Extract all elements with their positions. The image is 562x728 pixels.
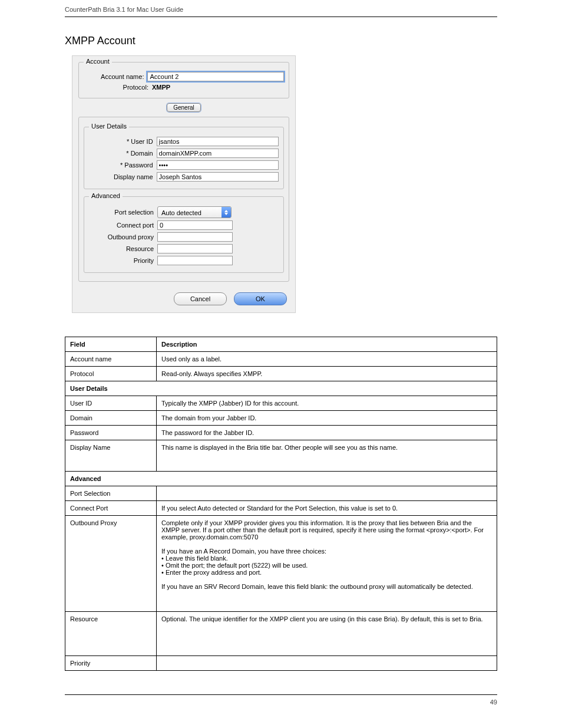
table-description: Optional. The unique identifier for the … <box>157 612 497 656</box>
table-field: Port Selection <box>65 486 157 501</box>
resource-label: Resource <box>89 245 157 252</box>
table-description: Read-only. Always specifies XMPP. <box>157 367 497 381</box>
table-field: Priority <box>65 656 157 671</box>
priority-input[interactable] <box>157 256 233 265</box>
tab-bar: General <box>78 103 289 112</box>
port-selection-select[interactable]: Auto detected <box>157 206 232 218</box>
ok-button[interactable]: OK <box>234 292 287 305</box>
user-id-input[interactable] <box>157 137 279 146</box>
user-id-label: * User ID <box>89 138 157 145</box>
priority-label: Priority <box>89 257 157 264</box>
display-name-input[interactable] <box>157 172 279 182</box>
port-selection-label: Port selection <box>89 209 157 216</box>
field-description-table: FieldDescriptionAccount nameUsed only as… <box>65 337 497 671</box>
table-section: Advanced <box>65 472 497 486</box>
table-field: Display Name <box>65 440 157 472</box>
tab-general[interactable]: General <box>167 103 201 112</box>
connect-port-label: Connect port <box>89 222 157 229</box>
chevron-updown-icon <box>222 207 231 218</box>
cancel-button[interactable]: Cancel <box>174 292 227 305</box>
outbound-proxy-input[interactable] <box>157 232 233 242</box>
port-selection-value: Auto detected <box>158 207 222 218</box>
col-header-field: Field <box>65 337 157 352</box>
header-left: CounterPath Bria 3.1 for Mac User Guide <box>65 6 183 13</box>
table-description: This name is displayed in the Bria title… <box>157 440 497 472</box>
footer-right: 49 <box>490 699 497 706</box>
display-name-label: Display name <box>89 173 157 180</box>
table-description <box>157 486 497 501</box>
general-panel: User Details * User ID * Domain * Passwo… <box>78 117 289 282</box>
resource-input[interactable] <box>157 244 233 253</box>
table-field: Resource <box>65 612 157 656</box>
advanced-fieldset: Advanced Port selection Auto detected C <box>84 196 284 273</box>
table-field: Account name <box>65 352 157 367</box>
domain-input[interactable] <box>157 149 279 158</box>
connect-port-input[interactable] <box>157 220 233 230</box>
protocol-label: Protocol: <box>84 84 152 91</box>
account-fieldset: Account Account name: Protocol: XMPP <box>78 62 289 98</box>
account-legend: Account <box>84 58 112 65</box>
table-description: Typically the XMPP (Jabber) ID for this … <box>157 396 497 411</box>
table-description: Used only as a label. <box>157 352 497 367</box>
table-field: Connect Port <box>65 501 157 516</box>
user-details-fieldset: User Details * User ID * Domain * Passwo… <box>84 127 284 189</box>
outbound-proxy-label: Outbound proxy <box>89 233 157 241</box>
table-description: The password for the Jabber ID. <box>157 426 497 440</box>
table-description <box>157 656 497 671</box>
col-header-description: Description <box>157 337 497 352</box>
xmpp-account-dialog: Account Account name: Protocol: XMPP Gen… <box>72 55 296 313</box>
table-description: Complete only if your XMPP provider give… <box>157 516 497 612</box>
table-field: Password <box>65 426 157 440</box>
advanced-legend: Advanced <box>89 192 123 199</box>
domain-label: * Domain <box>89 150 157 157</box>
table-field: Outbound Proxy <box>65 516 157 612</box>
account-name-input[interactable] <box>147 72 284 81</box>
password-label: * Password <box>89 162 157 169</box>
table-field: Protocol <box>65 367 157 381</box>
protocol-value: XMPP <box>152 84 170 91</box>
section-title: XMPP Account <box>0 17 562 55</box>
account-name-label: Account name: <box>84 73 147 80</box>
password-input[interactable] <box>157 160 279 170</box>
table-description: If you select Auto detected or Standard … <box>157 501 497 516</box>
table-section: User Details <box>65 381 497 396</box>
table-field: User ID <box>65 396 157 411</box>
user-details-legend: User Details <box>89 123 129 130</box>
table-description: The domain from your Jabber ID. <box>157 411 497 426</box>
table-field: Domain <box>65 411 157 426</box>
